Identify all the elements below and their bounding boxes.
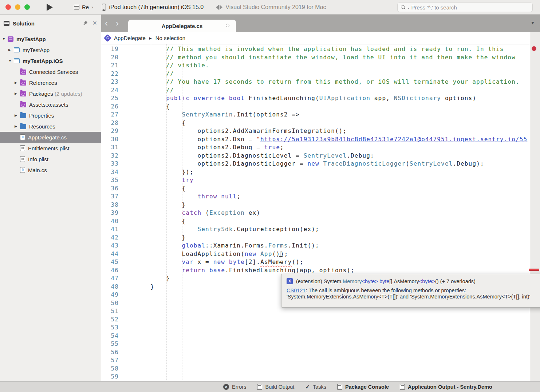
plist-file-icon: [20, 145, 25, 151]
pad-button-build-output[interactable]: Build Output: [257, 384, 294, 390]
tree-item-label: Resources: [29, 123, 55, 130]
tree-item-appdelegate-cs[interactable]: AppDelegate.cs: [0, 132, 101, 143]
code-line[interactable]: 30 options2.Dsn = "https://5a193123a9b84…: [101, 135, 530, 144]
expander-icon[interactable]: ▶: [8, 48, 14, 52]
code-line[interactable]: 21 // visible.: [101, 62, 530, 70]
expander-icon[interactable]: ▶: [15, 114, 20, 117]
tree-item-label: Main.cs: [28, 167, 47, 173]
code-text: catch (Exception ex): [121, 209, 260, 217]
code-line[interactable]: 19 // This method is invoked when the ap…: [101, 45, 530, 54]
code-text: }: [121, 274, 170, 283]
expander-icon[interactable]: ▶: [15, 92, 20, 95]
code-line[interactable]: 36 {: [101, 185, 530, 193]
pad-button-tasks[interactable]: ✓Tasks: [305, 384, 326, 390]
close-icon[interactable]: ✕: [92, 20, 97, 26]
code-text: [121, 307, 135, 316]
run-button[interactable]: [47, 4, 53, 11]
code-line[interactable]: 31 options2.Debug = true;: [101, 143, 530, 152]
tree-item-mytestapp[interactable]: ▼myTestApp: [0, 33, 101, 44]
code-line[interactable]: 25 public override bool FinishedLaunchin…: [101, 94, 530, 103]
tree-item-entitlements-plist[interactable]: Entitlements.plist: [0, 143, 101, 154]
minimize-window-button[interactable]: [15, 4, 20, 10]
tree-item-assets-xcassets[interactable]: Assets.xcassets: [0, 99, 101, 110]
tree-item-mytestapp[interactable]: ▶myTestApp: [0, 44, 101, 55]
zoom-window-button[interactable]: [24, 4, 30, 10]
build-configuration-selector[interactable]: Re ›: [74, 4, 93, 10]
code-line[interactable]: 51: [101, 307, 530, 316]
tree-item-main-cs[interactable]: Main.cs: [0, 165, 101, 175]
code-line[interactable]: 46 return base.FinishedLaunching(app, op…: [101, 266, 530, 275]
code-text: SentryXamarin.Init(options2 =>: [121, 111, 300, 119]
code-line[interactable]: 28 {: [101, 119, 530, 127]
code-line[interactable]: 27 SentryXamarin.Init(options2 =>: [101, 111, 530, 119]
tree-item-properties[interactable]: ▶Properties: [0, 110, 101, 121]
code-editor[interactable]: 19 // This method is invoked when the ap…: [101, 44, 530, 381]
code-text: options2.Dsn = "https://5a193123a9b841bc…: [121, 135, 527, 144]
code-line[interactable]: 58: [101, 365, 530, 373]
code-line[interactable]: 54: [101, 332, 530, 340]
line-number: 40: [101, 217, 121, 226]
code-line[interactable]: 23 // You have 17 seconds to return from…: [101, 78, 530, 86]
device-selector[interactable]: iPod touch (7th generation) iOS 15.0: [102, 4, 204, 11]
tree-item-references[interactable]: ▶References: [0, 77, 101, 88]
line-number: 38: [101, 201, 121, 209]
code-line[interactable]: 52: [101, 316, 530, 324]
check-icon: ✓: [305, 384, 310, 390]
close-window-button[interactable]: [5, 4, 11, 10]
tab-appdelegate[interactable]: AppDelegate.cs: [128, 20, 236, 32]
tab-list-dropdown[interactable]: ▼: [531, 20, 535, 25]
code-line[interactable]: 59: [101, 373, 530, 381]
breadcrumb-selection[interactable]: No selection: [155, 35, 186, 41]
code-line[interactable]: 56: [101, 348, 530, 357]
navigate-back-button[interactable]: ‹: [105, 19, 108, 28]
extension-method-icon: X: [287, 278, 293, 284]
code-line[interactable]: 44 LoadApplication(new App());: [101, 250, 530, 258]
code-line[interactable]: 37 throw null;: [101, 193, 530, 201]
code-line[interactable]: 45 var x = new byte[2].AsMemory();: [101, 258, 530, 266]
expander-icon[interactable]: ▼: [8, 59, 14, 63]
tree-item-connected-services[interactable]: Connected Services: [0, 66, 101, 77]
code-line[interactable]: 22 //: [101, 70, 530, 78]
code-line[interactable]: 32 options2.DiagnosticLevel = SentryLeve…: [101, 152, 530, 160]
code-line[interactable]: 24 //: [101, 86, 530, 95]
tree-item-mytestapp-ios[interactable]: ▼myTestApp.iOS: [0, 55, 101, 66]
search-field[interactable]: ⌄: [397, 3, 533, 12]
expander-icon[interactable]: ▼: [2, 37, 8, 41]
code-line[interactable]: 35 try: [101, 176, 530, 185]
pad-button-errors[interactable]: ✕Errors: [223, 384, 246, 390]
pad-button-package-console[interactable]: Package Console: [337, 384, 389, 390]
navigate-forward-button[interactable]: ›: [116, 19, 119, 28]
code-line[interactable]: 29 options2.AddXamarinFormsIntegration()…: [101, 127, 530, 135]
code-line[interactable]: 20 // method you should instantiate the …: [101, 54, 530, 62]
chevron-down-icon: ⌄: [407, 6, 410, 9]
code-line[interactable]: 41 SentrySdk.CaptureException(ex);: [101, 225, 530, 234]
code-text: [121, 356, 135, 365]
breadcrumb-class[interactable]: AppDelegate: [114, 35, 146, 41]
code-line[interactable]: 57: [101, 356, 530, 365]
pad-button-application-output-sentry-demo[interactable]: Application Output - Sentry.Demo: [400, 384, 492, 390]
code-line[interactable]: 39 catch (Exception ex): [101, 209, 530, 217]
line-number: 33: [101, 160, 121, 168]
scrollbar-track[interactable]: [530, 32, 540, 381]
line-number: 52: [101, 316, 121, 324]
expander-icon[interactable]: ▶: [15, 124, 20, 128]
code-line[interactable]: 40 {: [101, 217, 530, 226]
code-line[interactable]: 38 }: [101, 201, 530, 209]
scrollbar-error-marker[interactable]: [529, 269, 539, 271]
code-line[interactable]: 53: [101, 324, 530, 332]
search-input[interactable]: [411, 4, 529, 11]
folder-purple-icon: [20, 91, 26, 96]
error-code-link[interactable]: CS0121: [287, 288, 306, 293]
code-line[interactable]: 42 }: [101, 234, 530, 242]
expander-icon[interactable]: ▶: [15, 81, 20, 84]
code-line[interactable]: 34 });: [101, 168, 530, 177]
code-line[interactable]: 55: [101, 340, 530, 348]
tree-item-info-plist[interactable]: Info.plist: [0, 154, 101, 165]
code-text: }: [121, 234, 186, 242]
code-line[interactable]: 43 global::Xamarin.Forms.Forms.Init();: [101, 242, 530, 250]
pin-icon[interactable]: [82, 20, 88, 27]
tree-item-resources[interactable]: ▶Resources: [0, 121, 101, 132]
code-line[interactable]: 26 {: [101, 103, 530, 111]
code-line[interactable]: 33 options2.DiagnosticLogger = new Trace…: [101, 160, 530, 168]
tree-item-packages[interactable]: ▶Packages(2 updates): [0, 88, 101, 99]
